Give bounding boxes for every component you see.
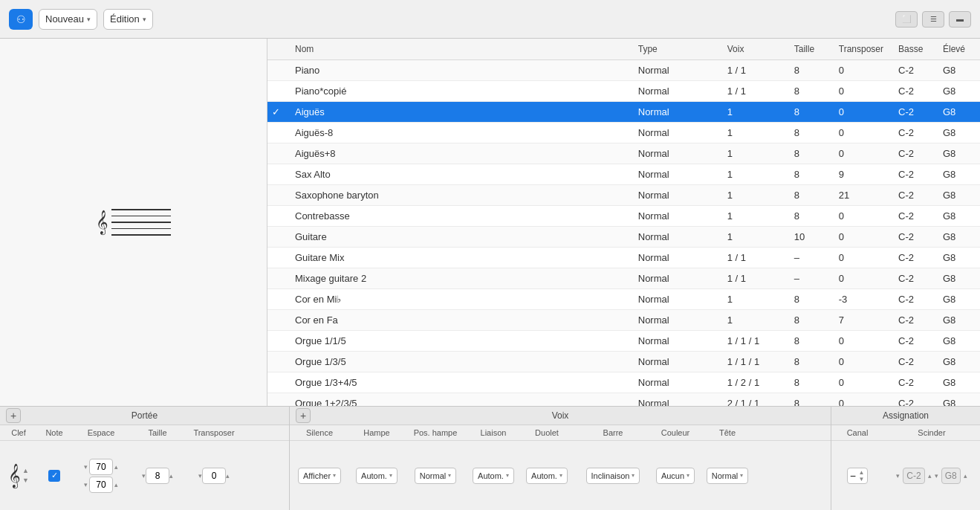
- hampe-control[interactable]: Autom. ▾: [349, 468, 404, 484]
- espace1-down[interactable]: ▾: [84, 463, 88, 471]
- row-cell: 1: [720, 164, 787, 185]
- edition-dropdown[interactable]: Édition ▾: [103, 9, 153, 30]
- espace2-up[interactable]: ▴: [114, 481, 118, 488]
- view-split-button[interactable]: ⬜: [895, 11, 918, 28]
- scinder-high-down-arrow[interactable]: ▾: [935, 472, 938, 480]
- row-cell: 0: [831, 227, 891, 248]
- canal-stepper[interactable]: – ▲ ▼: [847, 468, 869, 484]
- row-cell: Normal: [631, 206, 720, 227]
- clef-control: 𝄞 ▲ ▼: [0, 465, 37, 486]
- voix-labels: Silence Hampe Pos. hampe Liaison Duolet …: [290, 425, 831, 441]
- duolet-select[interactable]: Autom. ▾: [526, 468, 568, 484]
- table-row[interactable]: Orgue 1/3+4/5Normal1 / 2 / 180C-2G8: [267, 372, 980, 393]
- espace2-stepper[interactable]: 70: [89, 477, 113, 493]
- table-row[interactable]: Sax AltoNormal189C-2G8: [267, 164, 980, 185]
- transposer-up[interactable]: ▴: [226, 472, 230, 480]
- table-row[interactable]: Guitare MixNormal1 / 1–0C-2G8: [267, 248, 980, 268]
- table-row[interactable]: Cor en Mi♭Normal18-3C-2G8: [267, 289, 980, 310]
- tete-control[interactable]: Normal ▾: [698, 468, 756, 484]
- couleur-select[interactable]: Aucun ▾: [656, 468, 695, 484]
- label-tete: Tête: [698, 428, 756, 437]
- row-cell: 1 / 1: [720, 60, 787, 81]
- table-row[interactable]: Aiguës-8Normal180C-2G8: [267, 123, 980, 143]
- label-duolet: Duolet: [520, 428, 574, 437]
- taille-stepper[interactable]: 8: [146, 468, 169, 484]
- scinder-up-arrow[interactable]: ▴: [928, 472, 932, 480]
- pos-hampe-control[interactable]: Normal ▾: [404, 468, 467, 484]
- row-nom: Cor en Fa: [288, 310, 631, 331]
- link-button[interactable]: ⚇: [9, 9, 33, 30]
- espace2-down[interactable]: ▾: [84, 481, 88, 488]
- row-cell: Normal: [631, 372, 720, 393]
- table-row[interactable]: ContrebasseNormal180C-2G8: [267, 206, 980, 227]
- row-cell: 8: [787, 331, 831, 352]
- table-row[interactable]: Orgue 1/1/5Normal1 / 1 / 180C-2G8: [267, 331, 980, 352]
- liaison-chevron-icon: ▾: [506, 472, 509, 479]
- tete-select[interactable]: Normal ▾: [707, 468, 748, 484]
- portee-add-button[interactable]: +: [6, 408, 21, 423]
- table-row[interactable]: Saxophone barytonNormal1821C-2G8: [267, 185, 980, 206]
- scinder-low-stepper[interactable]: C-2: [903, 468, 924, 484]
- view-compact-button[interactable]: ▬: [949, 11, 971, 28]
- espace1-up[interactable]: ▴: [114, 463, 118, 471]
- row-cell: 0: [831, 268, 891, 289]
- table-row[interactable]: Mixage guitare 2Normal1 / 1–0C-2G8: [267, 268, 980, 289]
- row-cell: 0: [831, 331, 891, 352]
- pos-hampe-select[interactable]: Normal ▾: [415, 468, 456, 484]
- couleur-value: Aucun: [661, 471, 684, 480]
- liaison-select[interactable]: Autom. ▾: [473, 468, 514, 484]
- barre-control[interactable]: Inclinaison ▾: [574, 468, 652, 484]
- table-row[interactable]: GuitareNormal1100C-2G8: [267, 227, 980, 248]
- silence-control[interactable]: Afficher ▾: [290, 468, 349, 484]
- table-row[interactable]: PianoNormal1 / 180C-2G8: [267, 60, 980, 81]
- clef-glyph: 𝄞: [8, 465, 21, 486]
- liaison-control[interactable]: Autom. ▾: [467, 468, 520, 484]
- nouveau-dropdown[interactable]: Nouveau ▾: [39, 9, 97, 30]
- row-cell: C-2: [891, 60, 935, 81]
- clef-up-arrow[interactable]: ▲: [22, 466, 29, 476]
- row-check: [267, 123, 288, 143]
- taille-up[interactable]: ▴: [169, 472, 173, 480]
- row-cell: 8: [787, 289, 831, 310]
- canal-down-arrow[interactable]: ▼: [858, 476, 864, 482]
- table-row[interactable]: ✓AiguësNormal180C-2G8: [267, 102, 980, 123]
- row-cell: 8: [787, 352, 831, 372]
- scinder-high-stepper[interactable]: G8: [941, 468, 961, 484]
- table-row[interactable]: Orgue 1/3/5Normal1 / 1 / 180C-2G8: [267, 352, 980, 372]
- hampe-value: Autom.: [361, 471, 387, 480]
- toolbar-view-controls: ⬜ ☰ ▬: [895, 11, 971, 28]
- clef-down-arrow[interactable]: ▼: [22, 476, 29, 485]
- table-row[interactable]: Orgue 1+2/3/5Normal2 / 1 / 180C-2G8: [267, 393, 980, 407]
- couleur-control[interactable]: Aucun ▾: [652, 468, 698, 484]
- silence-select[interactable]: Afficher ▾: [298, 468, 341, 484]
- scinder-down-arrow[interactable]: ▾: [896, 472, 900, 480]
- transposer-stepper[interactable]: 0: [202, 468, 226, 484]
- hampe-select[interactable]: Autom. ▾: [356, 468, 397, 484]
- note-check-icon[interactable]: ✓: [48, 470, 60, 482]
- espace-control: ▾ 70 ▴ ▾ 70 ▴: [71, 459, 131, 493]
- table-row[interactable]: Piano*copiéNormal1 / 180C-2G8: [267, 81, 980, 102]
- voix-add-button[interactable]: +: [296, 408, 311, 423]
- scinder-high-up-arrow[interactable]: ▴: [964, 472, 967, 480]
- table-scroll[interactable]: Nom Type Voix Taille Transposer Basse Él…: [267, 39, 980, 406]
- duolet-control[interactable]: Autom. ▾: [520, 468, 574, 484]
- view-horizontal-button[interactable]: ☰: [922, 11, 944, 28]
- barre-select[interactable]: Inclinaison ▾: [586, 468, 640, 484]
- row-cell: C-2: [891, 352, 935, 372]
- note-checkbox[interactable]: ✓: [37, 470, 71, 482]
- row-cell: G8: [935, 289, 980, 310]
- row-cell: C-2: [891, 206, 935, 227]
- portee-labels: Clef Note Espace Taille Transposer: [0, 425, 289, 441]
- row-cell: 1: [720, 227, 787, 248]
- table-row[interactable]: Aiguës+8Normal180C-2G8: [267, 143, 980, 164]
- row-check: [267, 143, 288, 164]
- edition-chevron-icon: ▾: [143, 16, 146, 23]
- row-nom: Guitare: [288, 227, 631, 248]
- table-row[interactable]: Cor en FaNormal187C-2G8: [267, 310, 980, 331]
- label-hampe: Hampe: [349, 428, 404, 437]
- label-clef: Clef: [0, 428, 37, 437]
- row-nom: Guitare Mix: [288, 248, 631, 268]
- clef-stepper[interactable]: ▲ ▼: [22, 466, 29, 485]
- canal-up-arrow[interactable]: ▲: [858, 469, 864, 476]
- espace1-stepper[interactable]: 70: [89, 459, 113, 475]
